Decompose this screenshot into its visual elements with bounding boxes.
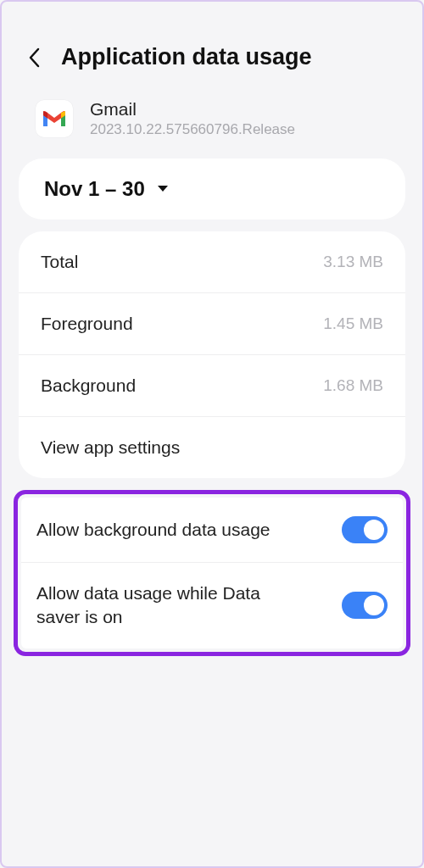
chevron-down-icon: [157, 185, 169, 193]
view-app-settings[interactable]: View app settings: [19, 417, 405, 478]
period-selector[interactable]: Nov 1 – 30: [19, 159, 405, 220]
stat-label: Background: [41, 376, 136, 396]
toggle-label: Allow data usage while Data saver is on: [36, 581, 308, 630]
switch-background-data[interactable]: [342, 516, 388, 543]
toggle-data-saver[interactable]: Allow data usage while Data saver is on: [21, 563, 403, 648]
header: Application data usage: [2, 2, 422, 87]
toggles-card: Allow background data usage Allow data u…: [21, 498, 403, 648]
view-app-settings-label: View app settings: [41, 437, 180, 458]
stats-card: Total 3.13 MB Foreground 1.45 MB Backgro…: [19, 231, 405, 478]
switch-data-saver[interactable]: [342, 592, 388, 619]
toggles-highlight: Allow background data usage Allow data u…: [14, 490, 410, 656]
page-title: Application data usage: [61, 44, 312, 70]
stat-value: 1.45 MB: [323, 314, 383, 333]
period-label: Nov 1 – 30: [44, 177, 145, 201]
app-info-row: Gmail 2023.10.22.575660796.Release: [2, 87, 422, 153]
stat-total: Total 3.13 MB: [19, 231, 405, 293]
toggle-background-data[interactable]: Allow background data usage: [21, 498, 403, 563]
stat-label: Foreground: [41, 314, 133, 334]
stat-foreground: Foreground 1.45 MB: [19, 293, 405, 355]
gmail-icon: [36, 100, 73, 137]
toggle-label: Allow background data usage: [36, 518, 271, 542]
stat-value: 1.68 MB: [323, 376, 383, 395]
stat-background: Background 1.68 MB: [19, 355, 405, 417]
back-icon[interactable]: [22, 46, 46, 70]
app-name: Gmail: [90, 99, 295, 120]
stat-value: 3.13 MB: [323, 253, 383, 271]
stat-label: Total: [41, 252, 78, 272]
app-version: 2023.10.22.575660796.Release: [90, 121, 295, 138]
